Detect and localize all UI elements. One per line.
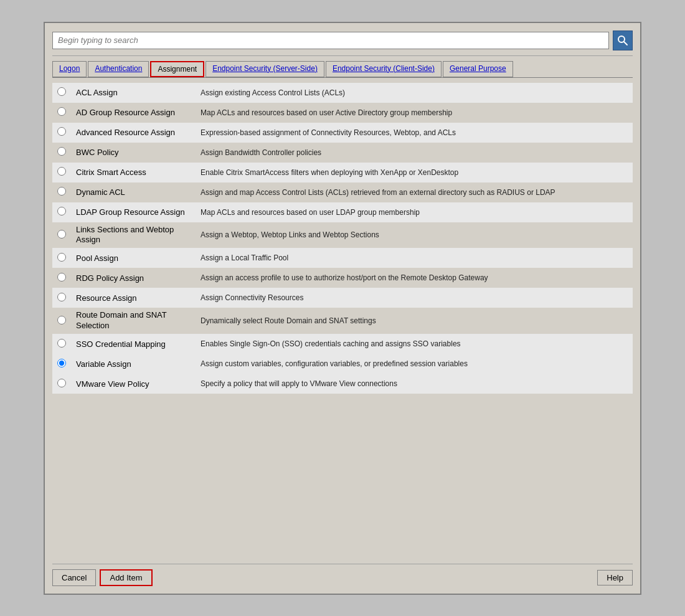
radio-cell-rdg-policy[interactable] xyxy=(52,268,71,288)
tab-general-purpose[interactable]: General Purpose xyxy=(443,61,513,77)
table-row: Resource AssignAssign Connectivity Resou… xyxy=(52,288,633,308)
items-table-area: ACL AssignAssign existing Access Control… xyxy=(52,83,633,559)
item-desc-citrix-smart: Enable Citrix SmartAccess filters when d… xyxy=(196,163,633,182)
table-row: VMware View PolicySpecify a policy that … xyxy=(52,374,633,394)
radio-ldap-group[interactable] xyxy=(57,207,66,216)
item-desc-ad-group: Map ACLs and resources based on user Act… xyxy=(196,103,633,123)
table-row: RDG Policy AssignAssign an access profil… xyxy=(52,268,633,288)
item-desc-acl-assign: Assign existing Access Control Lists (AC… xyxy=(196,83,633,103)
tab-authentication[interactable]: Authentication xyxy=(88,61,149,77)
tab-logon[interactable]: Logon xyxy=(52,61,87,77)
table-row: Variable AssignAssign custom variables, … xyxy=(52,354,633,374)
table-row: Links Sections and Webtop AssignAssign a… xyxy=(52,222,633,249)
table-row: Dynamic ACLAssign and map Access Control… xyxy=(52,182,633,202)
table-row: BWC PolicyAssign Bandwidth Controller po… xyxy=(52,143,633,163)
add-item-button[interactable]: Add Item xyxy=(100,569,152,586)
table-row: SSO Credential MappingEnables Single Sig… xyxy=(52,334,633,354)
item-desc-bwc-policy: Assign Bandwidth Controller policies xyxy=(196,143,633,163)
item-name-pool-assign: Pool Assign xyxy=(71,248,196,268)
item-name-variable-assign: Variable Assign xyxy=(71,354,196,374)
item-desc-dynamic-acl: Assign and map Access Control Lists (ACL… xyxy=(196,182,633,202)
radio-cell-dynamic-acl[interactable] xyxy=(52,182,71,202)
footer-left-buttons: Cancel Add Item xyxy=(52,569,153,586)
item-name-route-domain: Route Domain and SNAT Selection xyxy=(71,308,196,334)
table-row: ACL AssignAssign existing Access Control… xyxy=(52,83,633,103)
item-desc-sso-credential: Enables Single Sign-On (SSO) credentials… xyxy=(196,334,633,354)
radio-cell-bwc-policy[interactable] xyxy=(52,143,71,163)
item-name-resource-assign: Resource Assign xyxy=(71,288,196,308)
radio-cell-ad-group[interactable] xyxy=(52,103,71,123)
item-desc-links-sections: Assign a Webtop, Webtop Links and Webtop… xyxy=(196,222,633,249)
radio-sso-credential[interactable] xyxy=(57,339,66,348)
footer: Cancel Add Item Help xyxy=(52,564,633,586)
item-desc-rdg-policy: Assign an access profile to use to autho… xyxy=(196,268,633,288)
radio-variable-assign[interactable] xyxy=(57,359,66,367)
tab-endpoint-client[interactable]: Endpoint Security (Client-Side) xyxy=(326,61,442,77)
radio-ad-group[interactable] xyxy=(57,107,66,116)
item-desc-vmware-view: Specify a policy that will apply to VMwa… xyxy=(196,374,633,394)
item-desc-ldap-group: Map ACLs and resources based on user LDA… xyxy=(196,202,633,222)
item-name-dynamic-acl: Dynamic ACL xyxy=(71,182,196,202)
radio-dynamic-acl[interactable] xyxy=(57,187,66,196)
radio-route-domain[interactable] xyxy=(57,316,66,325)
tab-assignment[interactable]: Assignment xyxy=(150,61,204,77)
radio-cell-resource-assign[interactable] xyxy=(52,288,71,308)
radio-acl-assign[interactable] xyxy=(57,87,66,96)
table-row: Citrix Smart AccessEnable Citrix SmartAc… xyxy=(52,163,633,182)
main-dialog: LogonAuthenticationAssignmentEndpoint Se… xyxy=(44,22,641,595)
radio-cell-variable-assign[interactable] xyxy=(52,354,71,374)
item-name-rdg-policy: RDG Policy Assign xyxy=(71,268,196,288)
item-name-bwc-policy: BWC Policy xyxy=(71,143,196,163)
radio-cell-vmware-view[interactable] xyxy=(52,374,71,394)
search-icon xyxy=(617,35,628,46)
item-name-advanced-resource: Advanced Resource Assign xyxy=(71,123,196,143)
radio-cell-links-sections[interactable] xyxy=(52,222,71,249)
item-desc-route-domain: Dynamically select Route Domain and SNAT… xyxy=(196,308,633,334)
table-row: LDAP Group Resource AssignMap ACLs and r… xyxy=(52,202,633,222)
items-table: ACL AssignAssign existing Access Control… xyxy=(52,83,633,394)
radio-cell-pool-assign[interactable] xyxy=(52,248,71,268)
help-button[interactable]: Help xyxy=(597,570,633,585)
item-name-sso-credential: SSO Credential Mapping xyxy=(71,334,196,354)
radio-cell-acl-assign[interactable] xyxy=(52,83,71,103)
search-button[interactable] xyxy=(613,31,633,50)
item-desc-pool-assign: Assign a Local Traffic Pool xyxy=(196,248,633,268)
item-name-citrix-smart: Citrix Smart Access xyxy=(71,163,196,182)
radio-rdg-policy[interactable] xyxy=(57,273,66,282)
item-desc-variable-assign: Assign custom variables, configuration v… xyxy=(196,354,633,374)
radio-cell-route-domain[interactable] xyxy=(52,308,71,334)
search-input[interactable] xyxy=(52,32,609,49)
radio-cell-sso-credential[interactable] xyxy=(52,334,71,354)
table-row: Pool AssignAssign a Local Traffic Pool xyxy=(52,248,633,268)
radio-vmware-view[interactable] xyxy=(57,379,66,387)
radio-cell-ldap-group[interactable] xyxy=(52,202,71,222)
radio-pool-assign[interactable] xyxy=(57,253,66,262)
radio-cell-advanced-resource[interactable] xyxy=(52,123,71,143)
tab-bar: LogonAuthenticationAssignmentEndpoint Se… xyxy=(52,61,633,78)
item-desc-advanced-resource: Expression-based assignment of Connectiv… xyxy=(196,123,633,143)
table-row: Route Domain and SNAT SelectionDynamical… xyxy=(52,308,633,334)
radio-cell-citrix-smart[interactable] xyxy=(52,163,71,182)
item-name-ad-group: AD Group Resource Assign xyxy=(71,103,196,123)
item-name-vmware-view: VMware View Policy xyxy=(71,374,196,394)
tab-endpoint-server[interactable]: Endpoint Security (Server-Side) xyxy=(206,61,324,77)
item-desc-resource-assign: Assign Connectivity Resources xyxy=(196,288,633,308)
item-name-links-sections: Links Sections and Webtop Assign xyxy=(71,222,196,249)
radio-bwc-policy[interactable] xyxy=(57,147,66,156)
radio-citrix-smart[interactable] xyxy=(57,167,66,176)
item-name-acl-assign: ACL Assign xyxy=(71,83,196,103)
table-row: AD Group Resource AssignMap ACLs and res… xyxy=(52,103,633,123)
item-name-ldap-group: LDAP Group Resource Assign xyxy=(71,202,196,222)
radio-resource-assign[interactable] xyxy=(57,293,66,301)
cancel-button[interactable]: Cancel xyxy=(52,569,96,586)
radio-links-sections[interactable] xyxy=(57,230,66,239)
svg-line-1 xyxy=(624,42,627,45)
table-row: Advanced Resource AssignExpression-based… xyxy=(52,123,633,143)
radio-advanced-resource[interactable] xyxy=(57,127,66,136)
search-bar xyxy=(52,31,633,56)
